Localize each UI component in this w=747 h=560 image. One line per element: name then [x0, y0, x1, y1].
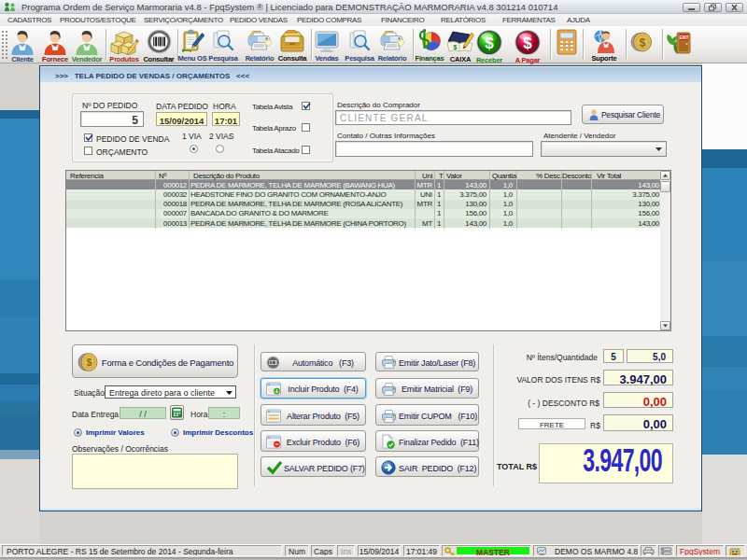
svg-text:$: $: [640, 36, 646, 49]
svg-text:$: $: [87, 357, 92, 368]
svg-text:$: $: [454, 44, 458, 51]
svg-text:EXIT: EXIT: [679, 35, 688, 40]
svg-text:$: $: [523, 35, 532, 52]
svg-text:$: $: [485, 35, 494, 52]
